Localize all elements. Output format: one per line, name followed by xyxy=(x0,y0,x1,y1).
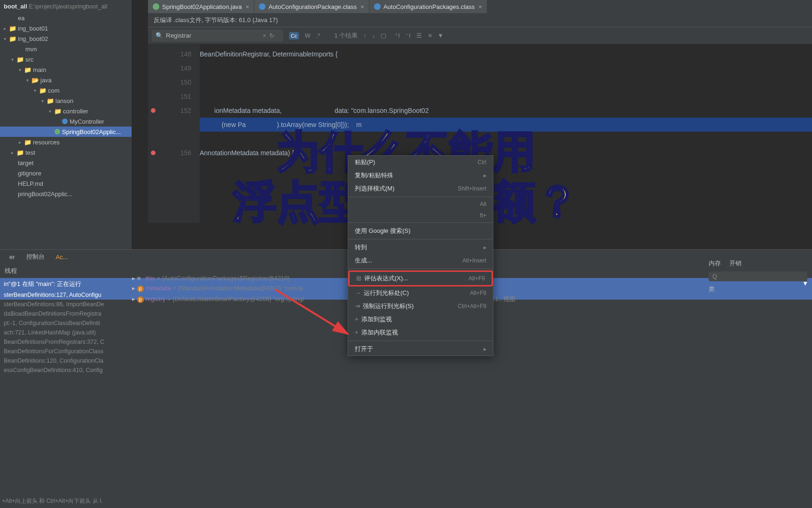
filter-icon[interactable]: ≡ xyxy=(429,32,432,39)
tree-node[interactable]: HELP.md xyxy=(0,178,132,189)
tree-node[interactable]: ▾📁com xyxy=(0,85,132,95)
regex-toggle[interactable]: .* xyxy=(316,32,320,39)
tree-node[interactable]: ▸📁resources xyxy=(0,137,132,147)
tree-node[interactable]: MyController xyxy=(0,116,132,127)
select-all-icon[interactable]: ▢ xyxy=(381,32,386,39)
search-input[interactable] xyxy=(166,32,260,39)
menu-item[interactable]: 列选择模式(M)Shift+Insert xyxy=(348,182,493,195)
tree-node[interactable]: pringBoot02Applic... xyxy=(0,189,132,199)
navigation-hint: +Alt+向上箭头 和 Ctrl+Alt+向下箭头 从 I. xyxy=(2,497,103,505)
tree-node[interactable]: ▾📂java xyxy=(0,75,132,85)
result-count: 1 个结果 xyxy=(334,32,358,40)
close-icon[interactable]: × xyxy=(478,3,482,10)
find-bar: 🔍 × ↻ Cc W .* 1 个结果 ↑ ↓ ▢ ⁺I ⁻I ☰ ≡ ▼ xyxy=(148,27,812,44)
tree-node[interactable]: ▾📁src xyxy=(0,54,132,64)
decompile-notice: 反编译 .class文件, 字节码版本: 61.0 (Java 17) xyxy=(148,13,812,27)
tree-node[interactable]: ▾📁lanson xyxy=(0,95,132,106)
folder-icon: 📁 xyxy=(24,139,31,145)
funnel-icon[interactable]: ▼ xyxy=(437,32,444,39)
tree-node[interactable]: gitignore xyxy=(0,168,132,178)
tree-node[interactable]: ▾📁controller xyxy=(0,106,132,116)
classes-label: 类 xyxy=(709,285,807,294)
menu-item[interactable]: +添加到监视 xyxy=(348,313,493,326)
debug-tab-console[interactable]: 控制台 xyxy=(21,253,50,261)
folder-icon: 📁 xyxy=(17,149,23,156)
tree-node[interactable]: ▸📁ing_boot01 xyxy=(0,23,132,33)
folder-icon: 📁 xyxy=(9,35,16,42)
folder-icon: 📁 xyxy=(24,66,31,73)
tree-node[interactable]: ea xyxy=(0,13,132,23)
match-case-toggle[interactable]: Cc xyxy=(289,32,299,40)
folder-icon: 📁 xyxy=(17,56,23,63)
class-icon xyxy=(259,3,265,10)
tree-node[interactable]: ▸📁test xyxy=(0,147,132,158)
stack-frame[interactable]: essConfigBeanDefinitions:410, Config xyxy=(0,365,812,375)
menu-item[interactable]: 打开于 ▸ xyxy=(348,342,493,356)
menu-item[interactable]: 生成...Alt+Insert xyxy=(348,254,493,267)
debug-tab-1[interactable]: er xyxy=(4,254,21,261)
menu-item[interactable]: 转到 ▸ xyxy=(348,241,493,254)
menu-item[interactable]: ft+ xyxy=(348,210,493,221)
class-icon xyxy=(55,129,60,135)
close-icon[interactable]: × xyxy=(360,3,364,10)
java-icon xyxy=(153,3,159,10)
editor-tabs: SpringBoot02Application.java× AutoConfig… xyxy=(148,0,812,13)
menu-item[interactable]: →运行到光标处(C)Alt+F9 xyxy=(348,286,493,300)
folder-icon: 📁 xyxy=(9,25,16,32)
tab-file-1[interactable]: SpringBoot02Application.java× xyxy=(148,0,254,13)
close-icon[interactable]: × xyxy=(246,3,250,10)
menu-item[interactable]: +添加内联监视 xyxy=(348,326,493,339)
add-selection-icon[interactable]: ⁺I xyxy=(395,32,400,39)
clear-icon[interactable]: × xyxy=(263,32,266,39)
stack-frame[interactable]: BeanDefinitions:120, ConfigurationCla xyxy=(0,356,812,365)
tab-file-3[interactable]: AutoConfigurationPackages.class× xyxy=(369,0,487,13)
folder-icon: 📁 xyxy=(47,97,54,104)
debug-tab-actuator[interactable]: Ac... xyxy=(50,254,74,261)
folder-icon: 📁 xyxy=(39,87,46,94)
search-icon: 🔍 xyxy=(156,32,163,39)
words-toggle[interactable]: W xyxy=(304,32,310,39)
menu-item[interactable]: ⊞评估表达式(X)...Alt+F8 xyxy=(348,270,493,286)
gutter: 148149150151152 156 xyxy=(148,44,200,223)
remove-selection-icon[interactable]: ⁻I xyxy=(406,32,411,39)
project-root[interactable]: boot_all E:\project\java\springboot_all xyxy=(0,0,132,13)
folder-icon: 📁 xyxy=(55,108,61,114)
tree-node[interactable]: ▾📁main xyxy=(0,64,132,75)
menu-item[interactable]: 粘贴(P)Ctrl xyxy=(348,156,493,169)
select-occurrences-icon[interactable]: ☰ xyxy=(416,32,422,39)
next-icon[interactable]: ↓ xyxy=(372,32,375,39)
memory-panel: 内存 开销 Q 类 xyxy=(704,256,812,296)
overhead-tab[interactable]: 开销 xyxy=(729,259,742,268)
memory-search[interactable]: Q xyxy=(709,271,807,281)
menu-item[interactable]: Alt xyxy=(348,198,493,210)
tab-file-2[interactable]: AutoConfigurationPackage.class× xyxy=(254,0,368,13)
tree-node[interactable]: mvn xyxy=(0,44,132,54)
class-icon xyxy=(374,3,381,10)
menu-item[interactable]: 复制/粘贴特殊 ▸ xyxy=(348,169,493,182)
class-icon xyxy=(62,119,68,124)
tree-node[interactable]: SpringBoot02Applic... xyxy=(0,127,132,137)
history-icon[interactable]: ↻ xyxy=(269,32,274,39)
memory-tab[interactable]: 内存 xyxy=(709,259,721,268)
menu-item[interactable]: ⇥强制运行到光标(S)Ctrl+Alt+F9 xyxy=(348,300,493,313)
tree-node[interactable]: target xyxy=(0,158,132,168)
menu-item[interactable]: 使用 Google 搜索(S) xyxy=(348,224,493,238)
folder-icon: 📂 xyxy=(32,77,39,83)
tree-node[interactable]: ▾📁ing_boot02 xyxy=(0,33,132,44)
search-box[interactable]: 🔍 × ↻ xyxy=(152,30,283,42)
prev-icon[interactable]: ↑ xyxy=(363,32,367,39)
context-menu: 粘贴(P)Ctrl复制/粘贴特殊 ▸列选择模式(M)Shift+InsertAl… xyxy=(348,155,493,356)
